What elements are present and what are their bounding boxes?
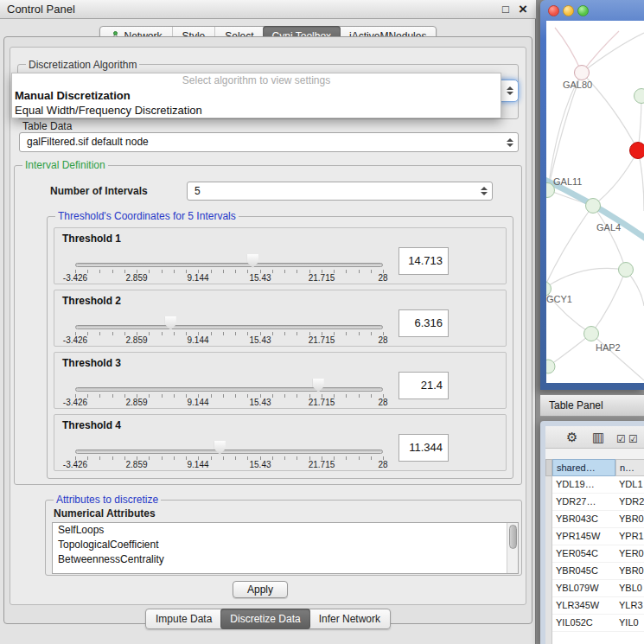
combo-stepper-icon [481,187,488,195]
slider-tick-label: 21.715 [309,335,335,345]
network-node[interactable] [586,199,601,214]
table-row[interactable]: YBL079WYBL0 [545,580,644,597]
table-row[interactable]: YER054CYER0 [545,545,644,563]
combo-stepper-icon [507,86,513,95]
number-of-intervals-combobox[interactable]: 5 [187,182,493,201]
cell: YDL1 [619,476,643,493]
slider-tick-label: 15.43 [249,460,271,469]
dropdown-option-manual-discretization[interactable]: Manual Discretization [12,88,501,103]
zoom-traffic-light-icon[interactable] [577,5,589,16]
threshold-4-label: Threshold 4 [62,419,121,431]
slider-tick-label: 9.144 [187,273,208,283]
network-node[interactable] [546,360,555,373]
cell: YDR27… [556,494,596,510]
threshold-4-slider-track[interactable] [75,450,383,454]
table-data-combobox[interactable]: galFiltered.sif default node [19,132,519,152]
cell: YER0 [619,545,644,562]
table-row[interactable]: YDL19…YDL1 [545,476,644,494]
minimize-traffic-light-icon[interactable] [563,5,574,16]
table-panel-content: ⚙ ▥ ☑ ☑ shared… n… YDL19…YDL1 YDR27…YDR2… [545,426,644,644]
tab-label: Infer Network [319,609,380,628]
float-window-icon[interactable]: □ [497,0,514,19]
slider-tick-label: 2.859 [125,460,147,469]
network-node[interactable] [634,89,644,104]
select-all-checkbox-icon[interactable]: ☑ [616,430,626,448]
tab-impute-data[interactable]: Impute Data [146,609,221,628]
threshold-2-slider-track[interactable] [75,325,383,329]
threshold-3-slider-track[interactable] [75,387,383,392]
cell: YPR145W [556,528,600,545]
threshold-4-value-input[interactable]: 11.344 [399,434,449,462]
column-header-shared-name[interactable]: shared… [552,459,615,476]
column-header-name[interactable]: n… [615,459,644,476]
slider-tick-label: 2.859 [125,398,147,407]
table-row[interactable]: YLR345WYLR3 [545,597,644,615]
cell: YPR1 [619,528,644,545]
attributes-group-title: Attributes to discretize [54,494,161,506]
network-canvas[interactable]: GAL80 GAL11 GAL4 GCY1 HAP2 [546,21,644,383]
threshold-1-slider-track[interactable] [75,263,383,267]
control-panel-titlebar: Control Panel □ × [0,0,536,19]
table-row[interactable]: YDR27…YDR2 [545,494,644,511]
threshold-3-panel: Threshold 3 -3.426 2.859 9.144 15.43 21.… [54,352,507,409]
dropdown-option-equal-width-frequency[interactable]: Equal Width/Frequency Discretization [12,103,501,118]
threshold-2-panel: Threshold 2 -3.426 2.859 9.144 15.43 21.… [54,290,507,347]
number-of-intervals-value: 5 [194,182,201,200]
network-edges-pink [555,28,619,73]
slider-tick-label: -3.426 [63,335,87,345]
algorithm-group-title: Discretization Algorithm [26,59,139,71]
slider-tick-label: 21.715 [309,460,335,469]
tab-discretize-data[interactable]: Discretize Data [220,609,309,629]
table-row[interactable]: YBR045CYBR0 [545,563,644,580]
slider-tick-marks [75,270,384,273]
apply-button[interactable]: Apply [233,581,288,598]
list-item[interactable]: TopologicalCoefficient [53,538,518,552]
numerical-attributes-list: SelfLoops TopologicalCoefficient Between… [52,522,519,574]
table-row[interactable]: YPR145WYPR1 [545,528,644,545]
network-view-window: GAL80 GAL11 GAL4 GCY1 HAP2 [540,0,644,390]
slider-tick-label: 9.144 [187,335,208,345]
threshold-3-value-input[interactable]: 21.4 [399,372,449,399]
table-rows: YDL19…YDL1 YDR27…YDR2 YBR043CYBR0 YPR145… [545,476,644,644]
close-icon[interactable]: × [514,0,532,19]
threshold-1-panel: Threshold 1 -3.426 2.859 9.144 15.43 21.… [54,227,507,284]
slider-tick-marks [75,332,384,335]
list-scrollbar[interactable] [507,523,518,573]
slider-tick-label: 28 [378,273,387,283]
slider-tick-label: -3.426 [63,398,87,407]
threshold-4-panel: Threshold 4 -3.426 2.859 9.144 15.43 21.… [54,414,507,471]
cell: YIL052C [556,615,593,631]
close-traffic-light-icon[interactable] [548,5,559,16]
tab-infer-network[interactable]: Infer Network [309,609,390,628]
slider-tick-label: 9.144 [187,460,208,469]
gear-icon[interactable]: ⚙ [566,429,577,446]
network-node[interactable] [575,66,590,80]
threshold-1-value-input[interactable]: 14.713 [399,247,449,275]
table-panel-title: Table Panel [549,399,603,411]
threshold-2-label: Threshold 2 [62,295,121,307]
table-panel-header: Table Panel [540,394,644,417]
network-node[interactable] [584,327,599,341]
window-title: Control Panel [7,0,75,18]
columns-icon[interactable]: ▥ [592,429,604,446]
list-item[interactable]: BetweennessCentrality [53,552,518,567]
table-row[interactable]: YIL052CYIL0 [545,615,644,632]
node-label: HAP2 [596,342,621,353]
network-node[interactable] [619,263,634,277]
select-none-checkbox-icon[interactable]: ☑ [628,430,638,448]
list-item[interactable]: SelfLoops [53,523,518,538]
scrollbar-thumb[interactable] [509,525,517,549]
interval-definition-title: Interval Definition [22,159,108,171]
cell: YBR045C [556,563,598,579]
cell: YDR2 [619,494,644,510]
slider-tick-label: 2.859 [125,273,147,283]
threshold-2-value-input[interactable]: 6.316 [399,309,449,337]
slider-tick-label: 21.715 [309,398,335,407]
cell: YBR0 [619,563,644,579]
table-data-label: Table Data [22,120,72,132]
table-row[interactable]: YBR043CYBR0 [545,511,644,528]
table-panel-window: ⚙ ▥ ☑ ☑ shared… n… YDL19…YDL1 YDR27…YDR2… [540,421,644,644]
network-node-selected[interactable] [630,143,644,159]
algorithm-dropdown-popup: Select algorithm to view settings Manual… [11,73,501,118]
slider-tick-label: -3.426 [63,273,87,283]
